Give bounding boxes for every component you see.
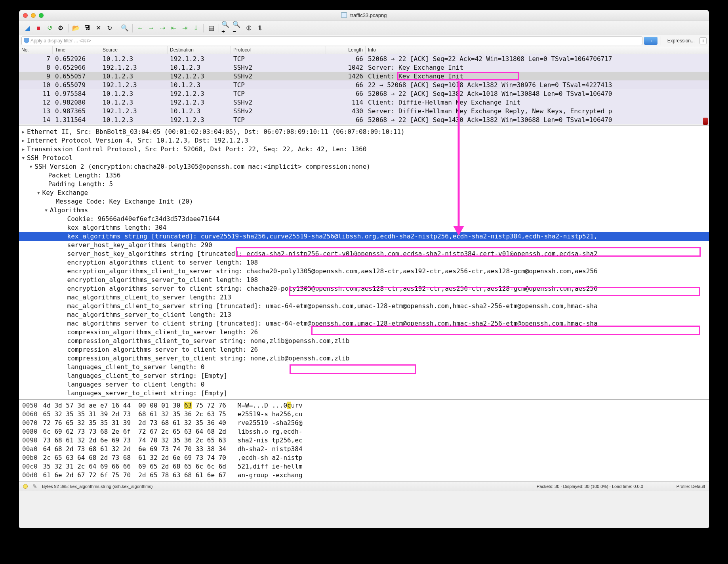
hex-row[interactable]: 00504d 3d 57 3d ae e7 16 44 00 00 01 30 … (22, 401, 706, 410)
zoom-icon[interactable] (39, 13, 44, 18)
go-to-icon[interactable]: ⇢ (157, 23, 168, 33)
status-field: Bytes 92-395: kex_algorithms string (ssh… (42, 484, 152, 489)
app-window: traffic33.pcapng ◢ ■ ↺ ⚙ 📂 🖫 ✕ ↻ 🔍 ← → ⇢… (19, 10, 709, 528)
capture-stop-icon[interactable]: ■ (33, 23, 44, 33)
statusbar: ✎ Bytes 92-395: kex_algorithms string (s… (19, 481, 709, 491)
display-filter-input[interactable]: Apply a display filter ... <⌘/> (21, 36, 642, 45)
expert-info-icon[interactable] (23, 484, 28, 489)
packet-row[interactable]: 141.31156410.1.2.3192.1.2.3TCP6652068 → … (19, 115, 709, 124)
open-file-icon[interactable]: 📂 (71, 23, 81, 33)
window-controls (23, 13, 44, 18)
col-dst[interactable]: Destination (168, 46, 231, 54)
col-src[interactable]: Source (100, 46, 168, 54)
packet-details-pane[interactable]: ▸Ethernet II, Src: BbnBoltB_03:04:05 (00… (19, 126, 709, 399)
col-no[interactable]: No. (19, 46, 53, 54)
auto-scroll-icon[interactable]: ⤓ (191, 23, 201, 33)
hex-row[interactable]: 00b02c 65 63 64 68 2d 73 68 61 32 2d 6e … (22, 453, 706, 462)
packet-list-header: No. Time Source Destination Protocol Len… (19, 46, 709, 54)
selected-field: kex_algorithms string [truncated]: curve… (19, 232, 709, 241)
close-icon[interactable] (23, 13, 28, 18)
hex-row[interactable]: 007072 76 65 32 35 35 31 39 2d 73 68 61 … (22, 419, 706, 427)
close-file-icon[interactable]: ✕ (93, 23, 103, 33)
col-proto[interactable]: Protocol (231, 46, 326, 54)
colorize-icon[interactable]: ▤ (206, 23, 216, 33)
hex-row[interactable]: 009073 68 61 32 2d 6e 69 73 74 70 32 35 … (22, 436, 706, 445)
hex-row[interactable]: 006065 32 35 35 31 39 2d 73 68 61 32 35 … (22, 410, 706, 419)
reload-file-icon[interactable]: ↻ (104, 23, 114, 33)
expression-button[interactable]: Expression... (664, 38, 698, 44)
packet-row[interactable]: 90.65505710.1.2.3192.1.2.3SSHv21426Clien… (19, 72, 709, 80)
apply-filter-button[interactable]: → (644, 37, 657, 45)
go-first-icon[interactable]: ⇤ (168, 23, 179, 33)
zoom-out-icon[interactable]: 🔍− (233, 23, 243, 33)
status-stats: Packets: 30 · Displayed: 30 (100.0%) · L… (537, 484, 643, 489)
packet-row[interactable]: 110.97558410.1.2.3192.1.2.3TCP6652068 → … (19, 89, 709, 98)
titlebar: traffic33.pcapng (19, 10, 709, 21)
add-filter-button[interactable]: + (699, 37, 707, 44)
go-forward-icon[interactable]: → (146, 23, 156, 33)
capture-options-icon[interactable]: ⚙ (55, 23, 66, 33)
resize-columns-icon[interactable]: ⥮ (255, 23, 265, 33)
col-info[interactable]: Info (366, 46, 709, 54)
zoom-in-icon[interactable]: 🔍+ (221, 23, 232, 33)
main-toolbar: ◢ ■ ↺ ⚙ 📂 🖫 ✕ ↻ 🔍 ← → ⇢ ⇤ ⇥ ⤓ ▤ 🔍+ 🔍− ⦷ … (19, 21, 709, 35)
packet-list[interactable]: 70.65292610.1.2.3192.1.2.3TCP6652068 → 2… (19, 54, 709, 126)
capture-restart-icon[interactable]: ↺ (44, 23, 55, 33)
packet-bytes-pane[interactable]: 00504d 3d 57 3d ae e7 16 44 00 00 01 30 … (19, 399, 709, 481)
col-time[interactable]: Time (53, 46, 100, 54)
hex-row[interactable]: 00c035 32 31 2c 64 69 66 66 69 65 2d 68 … (22, 462, 706, 471)
save-file-icon[interactable]: 🖫 (82, 23, 92, 33)
packet-row[interactable]: 120.98208010.1.2.3192.1.2.3SSHv2114Clien… (19, 98, 709, 107)
packet-row[interactable]: 70.65292610.1.2.3192.1.2.3TCP6652068 → 2… (19, 54, 709, 63)
minimize-icon[interactable] (31, 13, 36, 18)
packet-row[interactable]: 100.655079192.1.2.310.1.2.3TCP6622 → 520… (19, 80, 709, 89)
status-profile[interactable]: Profile: Default (677, 484, 705, 489)
packet-row[interactable]: 130.987365192.1.2.310.1.2.3SSHv2430Serve… (19, 107, 709, 115)
filter-placeholder: Apply a display filter ... <⌘/> (30, 38, 91, 44)
go-last-icon[interactable]: ⇥ (179, 23, 190, 33)
hex-row[interactable]: 00806c 69 62 73 73 68 2e 6f 72 67 2c 65 … (22, 427, 706, 436)
pcap-file-icon (341, 12, 347, 18)
filter-bar: Apply a display filter ... <⌘/> → Expres… (19, 35, 709, 46)
col-len[interactable]: Length (326, 46, 366, 54)
hex-row[interactable]: 00a064 68 2d 73 68 61 32 2d 6e 69 73 74 … (22, 445, 706, 453)
window-title: traffic33.pcapng (341, 12, 387, 18)
hex-row[interactable]: 00d061 6e 2d 67 72 6f 75 70 2d 65 78 63 … (22, 471, 706, 480)
packet-row[interactable]: 80.652966192.1.2.310.1.2.3SSHv21042Serve… (19, 63, 709, 72)
bookmark-icon[interactable] (24, 38, 29, 44)
zoom-reset-icon[interactable]: ⦷ (244, 23, 254, 33)
find-icon[interactable]: 🔍 (120, 23, 130, 33)
go-back-icon[interactable]: ← (135, 23, 145, 33)
capture-file-props-icon[interactable]: ✎ (32, 483, 37, 490)
capture-start-icon[interactable]: ◢ (22, 23, 32, 33)
